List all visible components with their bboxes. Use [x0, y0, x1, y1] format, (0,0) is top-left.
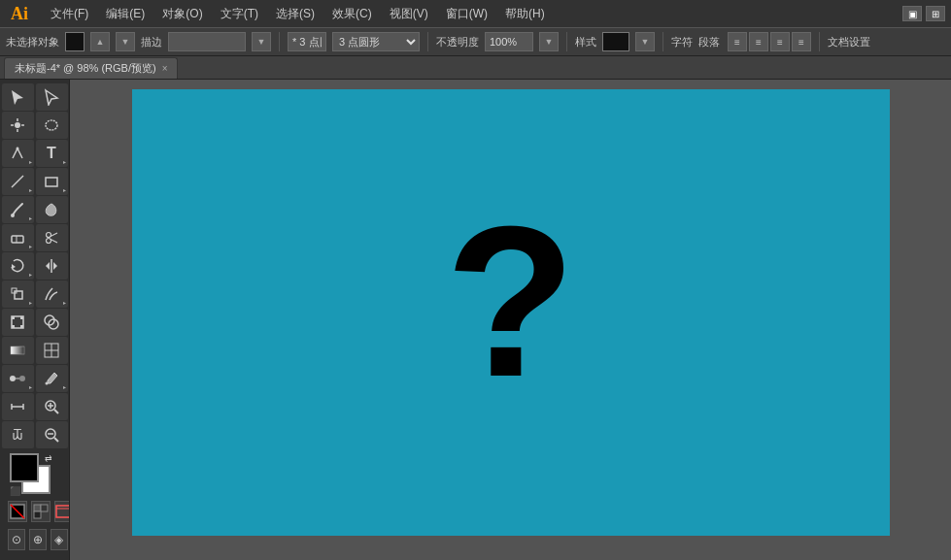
style-label: 样式	[575, 35, 596, 49]
svg-rect-24	[20, 316, 23, 319]
extra-icon-3[interactable]: ◈	[51, 529, 68, 550]
toolbox-extra-icons: ⊙ ⊕ ◈	[2, 529, 68, 550]
tool-row-5: ▸	[2, 196, 68, 223]
menu-effect[interactable]: 效果(C)	[324, 4, 380, 24]
change-screen-mode-icon[interactable]	[54, 501, 71, 522]
menu-edit[interactable]: 编辑(E)	[98, 4, 153, 24]
app-logo: Ai	[6, 4, 33, 24]
svg-point-5	[46, 120, 57, 130]
no-selection-label: 未选择对象	[6, 35, 59, 49]
menu-object[interactable]: 对象(O)	[154, 4, 210, 24]
zoom-out-tool[interactable]	[36, 421, 68, 448]
tool-row-11: ▸ ▸	[2, 365, 68, 392]
stroke-type-arrow[interactable]: ▼	[252, 32, 271, 51]
opacity-arrow[interactable]: ▼	[539, 32, 559, 51]
scale-tool[interactable]: ▸	[2, 280, 34, 308]
stroke-arrow-down[interactable]: ▼	[116, 32, 135, 51]
rotate-tool[interactable]: ▸	[2, 252, 34, 280]
tool-row-9	[2, 309, 68, 336]
zoom-tool[interactable]	[36, 393, 68, 420]
tab-bar: 未标题-4* @ 98% (RGB/预览) ×	[0, 56, 951, 80]
type-tool[interactable]: T ▸	[36, 140, 68, 167]
svg-rect-51	[41, 505, 48, 511]
menu-file[interactable]: 文件(F)	[43, 4, 96, 24]
swap-colors-icon[interactable]: ⇄	[45, 453, 52, 463]
fg-bg-swatches: ⬛ ⇄	[10, 453, 52, 496]
canvas-area[interactable]: ?	[70, 80, 951, 560]
scissors-tool[interactable]	[36, 224, 68, 251]
tab-title: 未标题-4* @ 98% (RGB/预览)	[15, 61, 156, 76]
reflect-tool[interactable]	[36, 252, 68, 280]
tool-row-3: ▸ T ▸	[2, 140, 68, 167]
align-right-icon[interactable]: ≡	[770, 32, 790, 51]
extra-icon-1[interactable]: ⊙	[8, 529, 25, 550]
extra-icon-2[interactable]: ⊕	[29, 529, 47, 550]
select-tool[interactable]	[2, 83, 34, 111]
opacity-label: 不透明度	[436, 35, 479, 49]
line-tool[interactable]: ▸	[2, 168, 34, 195]
tab-close-btn[interactable]: ×	[162, 63, 168, 74]
font-label[interactable]: 字符	[671, 35, 693, 49]
canvas-content: ?	[445, 195, 575, 409]
align-left-icon[interactable]: ≡	[728, 32, 747, 51]
main-area: ▸ T ▸ ▸ ▸ ▸	[0, 80, 951, 560]
tool-row-4: ▸ ▸	[2, 168, 68, 195]
align-center-icon[interactable]: ≡	[749, 32, 768, 51]
menu-bar: 文件(F) 编辑(E) 对象(O) 文字(T) 选择(S) 效果(C) 视图(V…	[43, 4, 553, 24]
stroke-color-swatch[interactable]	[65, 32, 85, 51]
magic-wand-tool[interactable]	[2, 112, 34, 139]
options-bar: 未选择对象 ▲ ▼ 描边 ▼ 3 点圆形 不透明度 ▼ 样式 ▼ 字符 段落 ≡…	[0, 27, 951, 56]
free-transform-tool[interactable]	[2, 309, 34, 336]
svg-point-34	[19, 376, 25, 381]
stroke-type-select[interactable]	[168, 32, 246, 51]
menu-window[interactable]: 窗口(W)	[438, 4, 495, 24]
menu-select[interactable]: 选择(S)	[268, 4, 323, 24]
brush-tool[interactable]: ▸	[2, 196, 34, 223]
menu-help[interactable]: 帮助(H)	[497, 4, 553, 24]
direct-select-tool[interactable]	[36, 83, 68, 111]
measure-tool[interactable]	[2, 393, 34, 420]
rect-tool[interactable]: ▸	[36, 168, 68, 195]
tool-row-10	[2, 337, 68, 364]
no-fill-icon[interactable]	[8, 501, 27, 522]
stroke-arrow-up[interactable]: ▲	[90, 32, 110, 51]
para-label[interactable]: 段落	[698, 35, 720, 49]
screen-mode-icon[interactable]	[31, 501, 51, 522]
blend-tool[interactable]: ▸	[2, 365, 34, 392]
tool-row-12	[2, 393, 68, 420]
divider-5	[819, 32, 820, 51]
window-icon-btn[interactable]: ▣	[902, 6, 922, 21]
doc-settings-label[interactable]: 文档设置	[828, 35, 870, 49]
svg-point-12	[47, 233, 51, 238]
opacity-input[interactable]	[485, 32, 533, 51]
style-arrow[interactable]: ▼	[635, 32, 655, 51]
svg-point-33	[10, 376, 16, 381]
style-swatch[interactable]	[602, 32, 629, 51]
window-arrange-btn[interactable]: ⊞	[926, 6, 945, 21]
gradient-tool[interactable]	[2, 337, 34, 364]
svg-marker-19	[53, 262, 57, 270]
warp-tool[interactable]: ▸	[36, 280, 68, 308]
menu-text[interactable]: 文字(T)	[213, 4, 266, 24]
lasso-tool[interactable]	[36, 112, 68, 139]
menu-view[interactable]: 视图(V)	[382, 4, 436, 24]
mesh-tool[interactable]	[36, 337, 68, 364]
eraser-tool[interactable]: ▸	[2, 224, 34, 251]
svg-rect-52	[34, 511, 41, 518]
document-tab[interactable]: 未标题-4* @ 98% (RGB/预览) ×	[4, 57, 178, 79]
brush-shape-select[interactable]: 3 点圆形	[332, 32, 420, 51]
hand-tool[interactable]	[2, 421, 34, 448]
brush-size-input[interactable]	[288, 32, 326, 51]
svg-point-36	[46, 382, 49, 385]
svg-rect-10	[12, 236, 23, 243]
blob-brush-tool[interactable]	[36, 196, 68, 223]
align-justify-icon[interactable]: ≡	[792, 32, 811, 51]
reset-colors-icon[interactable]: ⬛	[10, 486, 20, 496]
svg-rect-23	[12, 316, 15, 319]
foreground-color-swatch[interactable]	[10, 453, 39, 482]
divider-2	[427, 32, 428, 51]
shape-builder-tool[interactable]	[36, 309, 68, 336]
svg-rect-8	[46, 178, 57, 186]
eyedropper-tool[interactable]: ▸	[36, 365, 68, 392]
pen-tool[interactable]: ▸	[2, 140, 34, 167]
